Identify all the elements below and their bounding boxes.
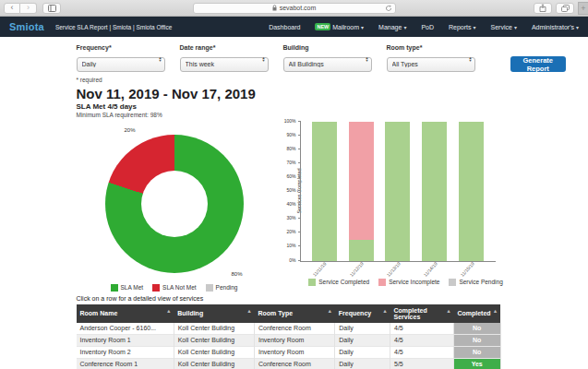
donut-chart-panel: 20% 80% SLA Met SLA Not Met Pending <box>77 122 272 292</box>
refresh-icon[interactable] <box>385 5 392 12</box>
completed-services-cell: 4/5 <box>390 334 454 346</box>
tab-overview-icon[interactable] <box>556 3 574 14</box>
room-name-cell: Inventory Room 2 <box>77 346 174 358</box>
chevron-down-icon: ▾ <box>514 24 517 30</box>
table-row[interactable]: Inventory Room 1 Koll Center Building In… <box>77 334 501 346</box>
room-type-cell: Inventory Room <box>254 346 334 358</box>
table-row[interactable]: Anderson Cooper - 6160... Koll Center Bu… <box>77 323 501 335</box>
room-type-cell: Inventory Room <box>254 334 334 346</box>
completed-cell: No <box>453 323 500 335</box>
required-note: * required <box>77 77 512 83</box>
table-header-row: Room Name▴ Building▴ Room Type▴ Frequenc… <box>77 304 501 323</box>
address-bar[interactable]: sevabot.com <box>193 3 396 14</box>
page-title: Service SLA Report | Smiota | Smiota Off… <box>55 24 172 30</box>
frequency-select[interactable]: Daily <box>77 57 165 72</box>
new-badge: NEW <box>315 23 330 30</box>
nav-menu: Dashboard NEWMailroom▾ Manage▾ PoD Repor… <box>269 23 579 30</box>
building-cell: Koll Center Building <box>174 346 254 358</box>
nav-item-manage[interactable]: Manage▾ <box>378 24 406 30</box>
sort-icon: ▴ <box>329 307 331 314</box>
sort-icon: ▴ <box>494 307 497 314</box>
legend-item-sla-met[interactable]: SLA Met <box>111 284 144 292</box>
building-label: Building <box>283 44 372 51</box>
sidebar-icon[interactable] <box>42 3 61 14</box>
col-header-completed-services[interactable]: Completed Services▴ <box>390 304 454 323</box>
main-content: Frequency* Daily▲▼ Date range* This week… <box>77 37 512 369</box>
col-header-building[interactable]: Building▴ <box>174 304 254 323</box>
sort-icon: ▴ <box>383 307 386 314</box>
col-header-room-type[interactable]: Room Type▴ <box>254 304 334 323</box>
completed-cell: No <box>453 334 500 346</box>
donut-slice-label-met: 80% <box>231 271 242 277</box>
bar-legend: Service Completed Service Incomplete Ser… <box>300 279 512 286</box>
table-row[interactable]: Inventory Room 2 Koll Center Building In… <box>77 346 501 358</box>
nav-item-reports[interactable]: Reports▾ <box>449 24 476 30</box>
legend-item-pending[interactable]: Pending <box>206 284 238 292</box>
completed-cell: No <box>453 346 500 358</box>
bar <box>349 122 374 261</box>
chevron-down-icon: ▾ <box>403 24 406 30</box>
legend-item-sla-not-met[interactable]: SLA Not Met <box>152 284 197 292</box>
bar-x-tick-label: 11/13/19 <box>385 262 410 279</box>
col-header-frequency[interactable]: Frequency▴ <box>335 304 390 323</box>
min-sla-requirement: Minimum SLA requirement: 98% <box>77 112 512 118</box>
filter-bar: Frequency* Daily▲▼ Date range* This week… <box>77 44 512 72</box>
nav-item-mailroom[interactable]: NEWMailroom▾ <box>315 23 364 30</box>
generate-report-button[interactable]: Generate Report <box>510 56 567 72</box>
forward-icon[interactable]: › <box>20 3 37 14</box>
bar-x-tick-label: 11/15/19 <box>459 262 484 279</box>
bar <box>312 122 337 261</box>
lock-icon <box>272 5 277 11</box>
building-cell: Koll Center Building <box>174 334 254 346</box>
sla-met-swatch <box>111 284 118 292</box>
room-type-cell: Conference Room <box>254 323 334 335</box>
chevron-down-icon: ▾ <box>361 24 364 30</box>
nav-item-administrators[interactable]: Administrator's▾ <box>532 24 579 30</box>
frequency-cell: Daily <box>335 323 390 335</box>
room-name-cell: Conference Room 1 <box>77 358 174 369</box>
sla-not-met-swatch <box>152 284 160 292</box>
sla-summary: SLA Met 4/5 days <box>77 102 512 111</box>
url-text: sevabot.com <box>280 5 317 11</box>
donut-slice-label-not-met: 20% <box>125 127 136 133</box>
bar-x-tick-label: 11/14/19 <box>422 262 447 279</box>
sla-table: Room Name▴ Building▴ Room Type▴ Frequenc… <box>77 304 501 369</box>
col-header-room-name[interactable]: Room Name▴ <box>77 304 174 323</box>
frequency-cell: Daily <box>335 334 390 346</box>
chevron-down-icon: ▾ <box>474 24 476 30</box>
back-icon[interactable]: ‹ <box>4 3 20 14</box>
room-name-cell: Inventory Room 1 <box>77 334 174 346</box>
completed-services-cell: 4/5 <box>390 346 454 358</box>
nav-item-service[interactable]: Service▾ <box>491 24 517 30</box>
nav-item-dashboard[interactable]: Dashboard <box>269 24 300 30</box>
bar-plot: 0%10%20%30%40%50%60%70%80%90%100% <box>300 122 496 262</box>
date-range-label: Date range* <box>180 44 269 51</box>
service-completed-swatch <box>308 279 316 286</box>
brand-logo[interactable]: Smiota <box>9 21 44 32</box>
nav-item-pod[interactable]: PoD <box>421 24 434 30</box>
bar-chart-panel: Services Completed 0%10%20%30%40%50%60%7… <box>272 122 512 292</box>
room-type-label: Room type* <box>387 44 475 51</box>
sort-icon: ▴ <box>247 307 250 314</box>
completed-cell: Yes <box>453 358 500 369</box>
frequency-cell: Daily <box>335 346 390 358</box>
bar-x-tick-label: 11/11/19 <box>311 262 336 279</box>
col-header-completed[interactable]: Completed▴ <box>453 304 500 323</box>
donut-chart <box>105 135 244 273</box>
completed-services-cell: 4/5 <box>390 323 454 335</box>
frequency-cell: Daily <box>335 358 390 369</box>
date-range-select[interactable]: This week <box>180 57 269 72</box>
completed-services-cell: 5/5 <box>390 358 454 369</box>
table-row[interactable]: Conference Room 1 Koll Center Building C… <box>77 358 501 369</box>
service-incomplete-swatch <box>378 279 386 286</box>
share-icon[interactable] <box>534 3 552 14</box>
room-type-select[interactable]: All Types <box>387 57 475 72</box>
new-tab-icon[interactable]: + <box>578 2 588 15</box>
bar-x-tick-label: 11/12/19 <box>348 262 373 279</box>
bar <box>459 122 484 261</box>
room-name-cell: Anderson Cooper - 6160... <box>77 323 174 335</box>
chevron-down-icon: ▾ <box>576 24 579 30</box>
charts-row: 20% 80% SLA Met SLA Not Met Pending Serv… <box>77 122 512 292</box>
bar <box>385 122 410 261</box>
building-select[interactable]: All Buildings <box>283 57 372 72</box>
